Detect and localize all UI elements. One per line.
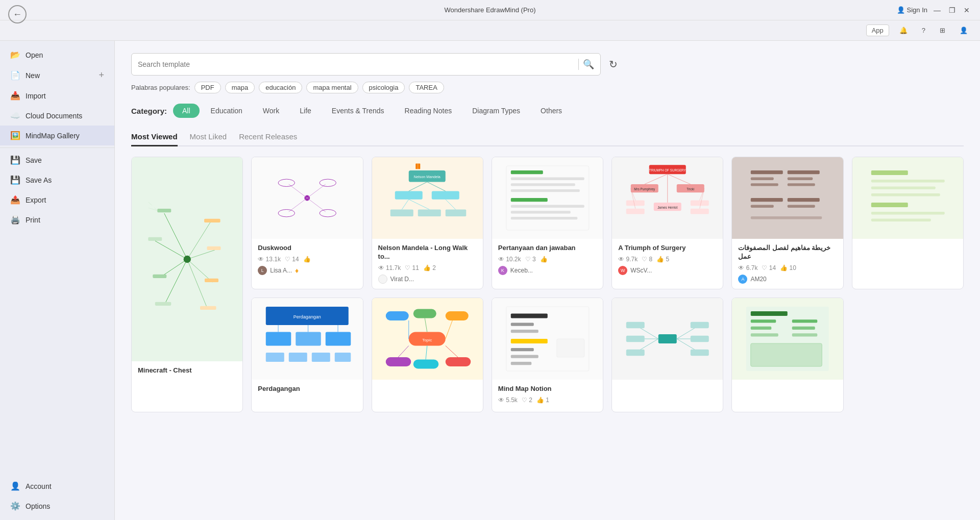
template-name: Pertanyaan dan jawaban — [498, 244, 597, 253]
svg-rect-50 — [510, 205, 584, 208]
template-name: خريطة مفاهيم لفصل المصفوفات عمل — [738, 244, 837, 261]
refresh-button[interactable]: ↻ — [609, 58, 618, 70]
sidebar-item-export[interactable]: 📤 Export — [0, 190, 114, 210]
view-count: 👁 13.1k — [258, 256, 281, 263]
svg-text:Tricki: Tricki — [687, 187, 694, 191]
template-card[interactable]: Nelson Mandela — [372, 157, 483, 289]
svg-rect-20 — [143, 206, 155, 208]
tag-pdf[interactable]: PDF — [194, 82, 221, 93]
template-card[interactable]: Duskwood 👁 13.1k ♡ 14 👍 L Lisa A... ♦ — [251, 157, 363, 289]
sign-in-button[interactable]: 👤 Sign In — [897, 6, 927, 14]
main-layout: 📂 Open 📄 New + 📥 Import ☁️ Cloud Documen… — [0, 41, 980, 520]
svg-rect-81 — [788, 198, 820, 202]
author-avatar: W — [618, 266, 627, 275]
tag-tarea[interactable]: TAREA — [409, 82, 444, 93]
svg-rect-19 — [143, 200, 155, 202]
search-bar[interactable]: 🔍 — [131, 53, 601, 76]
tab-most-viewed[interactable]: Most Viewed — [131, 128, 178, 146]
svg-rect-88 — [871, 193, 940, 196]
tag-mapa[interactable]: mapa — [225, 82, 255, 93]
popular-tags: Palabras populares: PDF mapa educación m… — [131, 82, 964, 93]
template-name: A Triumph of Surgery — [618, 244, 717, 253]
svg-rect-106 — [386, 311, 409, 320]
search-container: 🔍 ↻ — [131, 53, 964, 76]
cat-events[interactable]: Events & Trends — [323, 104, 394, 118]
svg-rect-12 — [155, 302, 172, 306]
svg-rect-9 — [157, 209, 171, 212]
template-card[interactable]: Pertanyaan dan jawaban 👁 10.2k ♡ 3 👍 K K… — [492, 157, 603, 289]
template-grid: Minecraft - Chest — [131, 157, 964, 412]
svg-point-27 — [320, 179, 336, 186]
sidebar-item-import[interactable]: 📥 Import — [0, 86, 114, 106]
app-button[interactable]: App — [866, 24, 889, 36]
search-icon[interactable]: 🔍 — [583, 59, 594, 70]
template-stats: 👁 5.5k ♡ 2 👍 1 — [498, 397, 597, 404]
profile-button[interactable]: 👤 — [955, 24, 972, 36]
svg-rect-144 — [751, 333, 778, 336]
sidebar-item-print[interactable]: 🖨️ Print — [0, 210, 114, 230]
tab-recent-releases[interactable]: Recent Releases — [239, 128, 297, 146]
svg-rect-137 — [691, 321, 709, 328]
minimize-button[interactable]: — — [932, 4, 943, 16]
template-card[interactable] — [731, 298, 843, 412]
svg-text:TRIUMPH OF SURGERY: TRIUMPH OF SURGERY — [649, 168, 687, 172]
template-card[interactable]: Minecraft - Chest — [131, 157, 243, 412]
sidebar-item-options[interactable]: ⚙️ Options — [0, 496, 114, 516]
cat-diagram-types[interactable]: Diagram Types — [463, 104, 529, 118]
template-card[interactable] — [611, 298, 723, 412]
template-card[interactable]: Topic — [372, 298, 483, 412]
sidebar-item-cloud[interactable]: ☁️ Cloud Documents — [0, 106, 114, 126]
cat-work[interactable]: Work — [254, 104, 288, 118]
search-divider — [578, 59, 579, 70]
grid-button[interactable]: ⊞ — [936, 24, 949, 36]
cat-all[interactable]: All — [173, 104, 200, 118]
tag-mapa-mental[interactable]: mapa mental — [306, 82, 358, 93]
sidebar-item-new[interactable]: 📄 New + — [0, 65, 114, 86]
tab-most-liked[interactable]: Most Liked — [190, 128, 227, 146]
svg-rect-109 — [386, 357, 411, 366]
template-card[interactable] — [852, 157, 964, 289]
template-card[interactable]: TRIUMPH OF SURGERY Mrs Pumphrey Tricki J… — [611, 157, 723, 289]
template-name: Minecraft - Chest — [138, 366, 236, 375]
tag-psicologia[interactable]: psicologia — [362, 82, 405, 93]
close-button[interactable]: ✕ — [962, 4, 972, 16]
template-info: Duskwood 👁 13.1k ♡ 14 👍 L Lisa A... ♦ — [252, 239, 362, 280]
tag-educacion[interactable]: educación — [259, 82, 302, 93]
sidebar-item-account[interactable]: 👤 Account — [0, 476, 114, 496]
svg-line-41 — [446, 200, 456, 210]
cat-reading-notes[interactable]: Reading Notes — [396, 104, 461, 118]
bell-button[interactable]: 🔔 — [895, 24, 912, 36]
template-card[interactable]: Perdagangan Perdagangan — [251, 298, 363, 412]
user-icon: 👤 — [897, 6, 905, 14]
sidebar-item-save-as[interactable]: 💾 Save As — [0, 170, 114, 190]
template-card[interactable]: خريطة مفاهيم لفصل المصفوفات عمل 👁 6.7k ♡… — [731, 157, 843, 289]
sidebar-item-gallery[interactable]: 🖼️ MindMap Gallery — [0, 126, 114, 145]
svg-rect-97 — [266, 353, 284, 362]
template-thumbnail — [492, 157, 603, 239]
open-icon: 📂 — [10, 50, 20, 60]
svg-text:Nelson Mandela: Nelson Mandela — [414, 175, 440, 179]
cat-education[interactable]: Education — [202, 104, 252, 118]
sidebar-bottom: 👤 Account ⚙️ Options — [0, 476, 114, 516]
cat-life[interactable]: Life — [290, 104, 321, 118]
template-thumbnail: TRIUMPH OF SURGERY Mrs Pumphrey Tricki J… — [612, 157, 723, 239]
svg-rect-138 — [691, 335, 709, 342]
category-row: Category: All Education Work Life Events… — [131, 104, 964, 118]
template-name: Perdagangan — [258, 385, 356, 393]
template-thumbnail — [492, 298, 603, 380]
restore-button[interactable]: ❐ — [947, 4, 958, 16]
template-name: Mind Map Notion — [498, 385, 597, 393]
help-button[interactable]: ? — [918, 24, 929, 36]
template-thumbnail — [732, 157, 843, 239]
dislike-count: 👍 — [303, 256, 311, 263]
svg-rect-98 — [289, 353, 307, 362]
svg-rect-46 — [510, 178, 584, 180]
svg-rect-126 — [556, 339, 584, 357]
sidebar-item-open[interactable]: 📂 Open — [0, 45, 114, 65]
template-card[interactable]: Mind Map Notion 👁 5.5k ♡ 2 👍 1 — [492, 298, 603, 412]
back-button[interactable]: ← — [8, 5, 27, 23]
search-input[interactable] — [138, 60, 574, 68]
like-count: ♡ 14 — [285, 256, 299, 263]
sidebar-item-save[interactable]: 💾 Save — [0, 150, 114, 170]
cat-others[interactable]: Others — [531, 104, 571, 118]
